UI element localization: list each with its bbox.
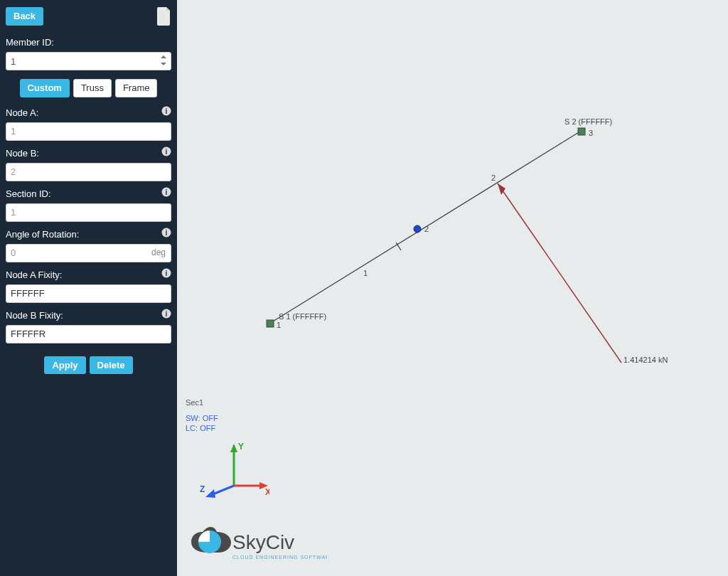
node-a-label: Node A: — [6, 107, 38, 118]
sw-value: OFF — [203, 414, 218, 422]
member-segment-1-label: 1 — [363, 269, 368, 277]
node-b-input[interactable] — [6, 163, 171, 181]
svg-marker-19 — [205, 489, 215, 498]
info-icon[interactable]: i — [161, 106, 171, 116]
angle-label: Angle of Rotation: — [6, 229, 79, 240]
support-node-1[interactable] — [267, 320, 274, 327]
sidebar-panel: Back Member ID: 1 Custom Truss Frame Nod… — [0, 0, 177, 576]
angle-input[interactable] — [6, 244, 171, 262]
structural-viewport[interactable]: 1 S 1 (FFFFFF) 2 3 S 2 (FFFFFF) 1 2 1.41… — [177, 0, 728, 576]
lc-value: OFF — [200, 424, 215, 432]
member-segment-2-label: 2 — [491, 174, 496, 182]
section-title: Sec1 — [186, 398, 218, 407]
node-2[interactable] — [414, 225, 421, 233]
tab-frame[interactable]: Frame — [115, 79, 158, 97]
svg-text:i: i — [166, 148, 168, 156]
section-id-input[interactable] — [6, 203, 171, 222]
node-1-annotation: S 1 (FFFFFF) — [279, 312, 326, 321]
svg-text:i: i — [166, 229, 168, 237]
svg-text:CLOUD ENGINEERING SOFTWARE: CLOUD ENGINEERING SOFTWARE — [232, 555, 327, 560]
info-icon[interactable]: i — [161, 309, 171, 319]
node-3-label: 3 — [589, 129, 593, 137]
svg-text:Y: Y — [238, 442, 244, 452]
tab-truss[interactable]: Truss — [73, 79, 112, 97]
node-a-fixity-input[interactable] — [6, 284, 171, 303]
lc-label: LC: — [186, 424, 198, 432]
info-icon[interactable]: i — [161, 187, 171, 197]
axis-gizmo-icon: Y X Z — [191, 439, 269, 503]
info-icon[interactable]: i — [161, 268, 171, 278]
info-icon[interactable]: i — [161, 228, 171, 238]
svg-text:i: i — [166, 188, 168, 196]
node-3-annotation: S 2 (FFFFFF) — [564, 117, 612, 126]
node-a-input[interactable] — [6, 122, 171, 141]
skyciv-logo: SkyCiv CLOUD ENGINEERING SOFTWARE — [188, 526, 327, 567]
svg-text:SkyCiv: SkyCiv — [232, 531, 294, 553]
tab-custom[interactable]: Custom — [20, 79, 70, 97]
sw-label: SW: — [186, 414, 200, 422]
viewport-overlay: Sec1 SW: OFF LC: OFF — [186, 398, 218, 434]
node-a-fixity-label: Node A Fixity: — [6, 270, 62, 280]
node-b-label: Node B: — [6, 148, 39, 159]
member-id-select[interactable]: 1 — [6, 52, 171, 70]
svg-text:i: i — [166, 107, 168, 115]
svg-text:X: X — [265, 487, 269, 497]
svg-marker-13 — [230, 444, 237, 452]
svg-text:Z: Z — [200, 484, 205, 494]
svg-text:i: i — [166, 270, 168, 277]
support-node-3[interactable] — [578, 128, 585, 135]
member-type-toggle: Custom Truss Frame — [6, 79, 171, 97]
member-id-label: Member ID: — [6, 37, 171, 48]
node-1-label: 1 — [277, 321, 281, 329]
section-id-label: Section ID: — [6, 188, 51, 199]
delete-button[interactable]: Delete — [90, 356, 133, 375]
apply-button[interactable]: Apply — [44, 356, 85, 375]
load-magnitude-label: 1.414214 kN — [623, 356, 668, 364]
info-icon[interactable]: i — [161, 146, 171, 156]
node-b-fixity-label: Node B Fixity: — [6, 310, 63, 321]
svg-text:i: i — [166, 310, 168, 318]
load-arrow[interactable] — [498, 183, 621, 363]
node-b-fixity-input[interactable] — [6, 325, 171, 343]
node-2-label: 2 — [424, 225, 429, 233]
back-button[interactable]: Back — [6, 7, 43, 26]
page-icon[interactable] — [157, 7, 171, 26]
